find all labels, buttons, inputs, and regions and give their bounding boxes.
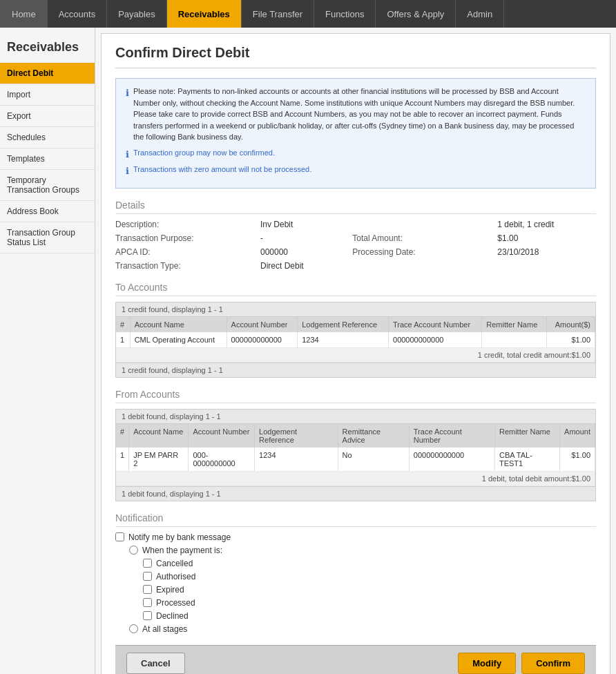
sidebar-item-direct-debit[interactable]: Direct Debit <box>0 63 95 84</box>
when-payment-label: When the payment is: <box>142 546 222 555</box>
option-expired-label: Expired <box>156 585 184 595</box>
nav-accounts[interactable]: Accounts <box>48 0 107 28</box>
description-value: Inv Debit <box>260 220 345 229</box>
to-row1-num: 1 <box>116 332 130 348</box>
to-row1-amount: $1.00 <box>547 332 595 348</box>
notification-section-title: Notification <box>115 512 596 527</box>
nav-payables[interactable]: Payables <box>107 0 166 28</box>
from-accounts-table: # Account Name Account Number Lodgement … <box>116 424 595 486</box>
apca-label: APCA ID: <box>115 247 253 257</box>
option-authorised-label: Authorised <box>156 572 195 581</box>
main-content: Confirm Direct Debit ℹ Please note: Paym… <box>101 33 610 674</box>
option-processed-checkbox[interactable] <box>143 598 152 607</box>
info-icon-note1: ℹ <box>126 148 129 162</box>
modify-button[interactable]: Modify <box>458 653 516 674</box>
to-row1-account-name: CML Operating Account <box>130 332 227 348</box>
info-note2-text: Transactions with zero amount will not b… <box>133 164 311 175</box>
total-label: Total Amount: <box>352 233 490 243</box>
sidebar-item-templates[interactable]: Templates <box>0 148 95 170</box>
type-value: Direct Debit <box>260 261 345 271</box>
nav-receivables[interactable]: Receivables <box>167 0 242 28</box>
details-grid: Description: Inv Debit 1 debit, 1 credit… <box>115 220 596 271</box>
to-col-account-number: Account Number <box>227 317 298 332</box>
sidebar-item-address-book[interactable]: Address Book <box>0 201 95 222</box>
details-section-title: Details <box>115 200 596 214</box>
option-processed-label: Processed <box>156 598 195 608</box>
to-row1-trace-account: 000000000000 <box>389 332 482 348</box>
option-declined-label: Declined <box>156 611 189 621</box>
from-accounts-footer-row: 1 debit, total debit amount:$1.00 <box>116 471 595 485</box>
to-col-amount: Amount($) <box>547 317 595 332</box>
info-note1-text: Transaction group may now be confirmed. <box>133 147 275 159</box>
page-title: Confirm Direct Debit <box>115 45 596 68</box>
to-col-trace-account: Trace Account Number <box>389 317 482 332</box>
to-accounts-footer-row: 1 credit, total credit amount:$1.00 <box>116 347 595 362</box>
notify-bank-message-checkbox[interactable] <box>115 532 124 541</box>
nav-admin[interactable]: Admin <box>456 0 504 28</box>
cancel-button[interactable]: Cancel <box>126 653 185 674</box>
info-icon-note2: ℹ <box>126 164 129 178</box>
sidebar-item-import[interactable]: Import <box>0 84 95 106</box>
debit-credit-value: 1 debit, 1 credit <box>497 220 596 229</box>
confirm-button[interactable]: Confirm <box>521 653 585 674</box>
sidebar-item-export[interactable]: Export <box>0 106 95 127</box>
from-col-account-name: Account Name <box>129 424 189 447</box>
nav-file-transfer[interactable]: File Transfer <box>242 0 314 28</box>
to-col-num: # <box>116 317 130 332</box>
sidebar-item-transaction-group-status[interactable]: Transaction Group Status List <box>0 222 95 253</box>
all-stages-radio[interactable] <box>129 624 138 633</box>
from-col-lodgement-ref: Lodgement Reference <box>255 424 338 447</box>
total-value: $1.00 <box>497 233 596 243</box>
option-cancelled-checkbox[interactable] <box>143 559 152 568</box>
payment-options: Cancelled Authorised Expired Processed D… <box>129 559 596 621</box>
to-accounts-footer: 1 credit, total credit amount:$1.00 <box>116 347 595 362</box>
from-col-trace-account: Trace Account Number <box>409 424 494 447</box>
nav-offers-apply[interactable]: Offers & Apply <box>376 0 456 28</box>
from-col-account-number: Account Number <box>189 424 255 447</box>
purpose-value: - <box>260 233 345 243</box>
table-row: 1 CML Operating Account 000000000000 123… <box>116 332 595 348</box>
from-col-num: # <box>116 424 129 447</box>
from-row1-lodgement-ref: 1234 <box>255 447 338 472</box>
sidebar-item-schedules[interactable]: Schedules <box>0 127 95 148</box>
to-accounts-table-wrapper: 1 credit found, displaying 1 - 1 # Accou… <box>115 302 596 378</box>
action-buttons: Modify Confirm <box>458 653 585 674</box>
notification-section: Notification Notify me by bank message W… <box>115 512 596 634</box>
from-row1-amount: $1.00 <box>560 447 595 472</box>
from-row1-account-number: 000-0000000000 <box>189 447 255 472</box>
from-row1-remittance-advice: No <box>338 447 409 472</box>
from-row1-account-name: JP EM PARR 2 <box>129 447 189 472</box>
from-accounts-section-title: From Accounts <box>115 389 596 403</box>
sidebar-item-temp-transaction-groups[interactable]: Temporary Transaction Groups <box>0 170 95 201</box>
table-row: 1 JP EM PARR 2 000-0000000000 1234 No 00… <box>116 447 595 472</box>
when-payment-radio[interactable] <box>129 546 138 555</box>
notify-bank-message-label: Notify me by bank message <box>128 532 231 542</box>
option-authorised-checkbox[interactable] <box>143 572 152 581</box>
to-accounts-status-top: 1 credit found, displaying 1 - 1 <box>116 302 595 317</box>
purpose-label: Transaction Purpose: <box>115 233 253 243</box>
to-accounts-table: # Account Name Account Number Lodgement … <box>116 317 595 363</box>
to-row1-account-number: 000000000000 <box>227 332 298 348</box>
bottom-bar: Cancel Modify Confirm <box>115 645 596 675</box>
nav-home[interactable]: Home <box>0 0 48 28</box>
to-accounts-section-title: To Accounts <box>115 282 596 296</box>
to-col-account-name: Account Name <box>130 317 227 332</box>
to-col-lodgement-ref: Lodgement Reference <box>298 317 389 332</box>
to-row1-remitter-name <box>482 332 547 348</box>
option-declined-checkbox[interactable] <box>143 611 152 620</box>
debit-credit-label <box>352 220 490 229</box>
from-row1-trace-account: 000000000000 <box>409 447 494 472</box>
type-label: Transaction Type: <box>115 261 253 271</box>
description-label: Description: <box>115 220 253 229</box>
from-accounts-footer: 1 debit, total debit amount:$1.00 <box>116 471 595 485</box>
option-expired-checkbox[interactable] <box>143 585 152 594</box>
nav-functions[interactable]: Functions <box>314 0 376 28</box>
from-accounts-status-bottom: 1 debit found, displaying 1 - 1 <box>116 486 595 501</box>
all-stages-label: At all stages <box>142 624 187 634</box>
from-col-remitter-name: Remitter Name <box>494 424 559 447</box>
apca-value: 000000 <box>260 247 345 257</box>
processing-label: Processing Date: <box>352 247 490 257</box>
info-icon-main: ℹ <box>126 86 129 100</box>
sidebar-title: Receivables <box>0 35 95 63</box>
from-row1-remitter-name: CBA TAL-TEST1 <box>494 447 559 472</box>
